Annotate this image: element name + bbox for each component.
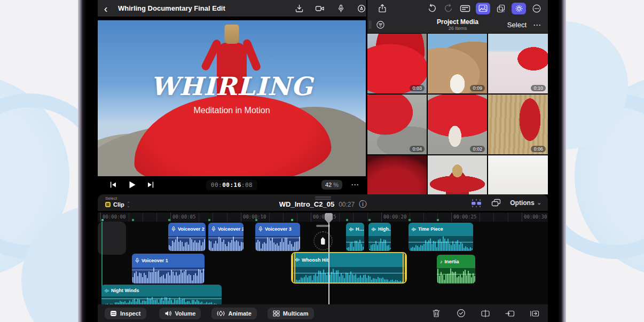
clip-label: H… [356,226,364,232]
timeline-clip[interactable]: H… [346,223,364,251]
ruler-label: 00:00:10 [241,213,266,222]
timeline-clip[interactable]: Voiceover 2 [208,223,244,251]
media-thumbnail[interactable]: 0:06 [488,95,548,154]
clip-start-marker [132,219,134,221]
select-button[interactable]: Select [507,21,527,29]
clip-label: Night Winds [111,288,139,293]
media-thumbnail[interactable]: 0:10 [488,34,548,93]
transport-bar: 00:00:16:08 42% ⋯ [98,176,366,193]
jog-dial[interactable] [313,231,333,250]
clip-label: Inertia [445,259,459,264]
grid-icon [273,310,280,317]
zoom-level-control[interactable]: 42% [321,180,342,190]
media-thumbnail[interactable]: 0:03 [367,34,427,93]
timeline-header-tools: Options⌄ [470,194,541,211]
share-icon[interactable] [376,3,388,14]
clip-start-marker [368,219,371,221]
trim-handle-right[interactable] [403,253,406,282]
media-library-icon[interactable] [495,3,507,14]
clip-tool-icon [105,202,111,207]
undo-icon[interactable] [426,3,438,14]
timeline-clip[interactable]: Voiceover 2 [168,223,206,251]
select-caption: Select [105,196,117,201]
back-button[interactable]: ‹ [98,1,114,16]
clip-duration-badge: 0:10 [531,85,546,91]
play-icon[interactable] [126,179,138,191]
camera-icon[interactable] [314,3,326,14]
timeline-clip[interactable]: Time Piece [409,223,473,251]
tool-value: Clip [113,201,124,208]
info-icon[interactable]: ⓘ [359,200,366,209]
overwrite-clip-icon[interactable] [505,309,515,318]
ruler-label: 00:00:25 [451,213,476,222]
previous-frame-icon[interactable] [107,179,119,191]
timeline-header: Select Clip ⌃⌄ WD_Intro_C2_05 00:27 ⓘ Op… [98,194,548,211]
timeline-clip[interactable]: Voiceover 1 [132,254,205,284]
media-thumbnail[interactable] [367,155,427,194]
timeline-clip-selected[interactable]: Whoosh Hit [291,252,407,284]
split-clip-icon[interactable] [481,309,490,318]
clip-duration-badge: 0:04 [410,146,425,152]
timeline-clip[interactable]: High… [368,223,391,251]
audio-waveform-icon [295,257,300,262]
done-check-icon[interactable] [456,309,466,318]
magnetic-timeline-icon[interactable] [470,197,482,209]
microphone-icon[interactable] [335,3,347,14]
ruler-label: 00:00:20 [381,213,406,222]
clip-label: Voiceover 2 [178,226,205,232]
media-thumbnail[interactable] [428,155,487,194]
title-overlay: WHIRLING [98,72,366,101]
trash-icon[interactable] [431,309,441,318]
viewer-more-icon[interactable]: ⋯ [351,180,359,190]
timeline-ruler[interactable]: 00:00:00 00:00:05 00:00:10 00:00:15 00:0… [98,213,548,222]
media-thumbnail[interactable]: 0:09 [428,34,487,93]
viewer-canvas: WHIRLING Meditation in Motion [98,20,366,176]
clip-label: Voiceover 3 [265,226,292,232]
titles-browser-icon[interactable] [459,3,471,14]
inspect-button[interactable]: Inspect [105,308,146,319]
append-clip-icon[interactable] [530,309,539,318]
more-menu-icon[interactable] [531,3,543,14]
clip-start-marker [291,219,293,221]
button-label: Multicam [283,310,309,317]
clip-label: Whoosh Hit [302,257,328,263]
media-thumbnail[interactable] [488,155,548,194]
photos-browser-icon[interactable] [476,3,490,14]
clip-duration-badge: 0:03 [410,85,425,91]
timeline-clip[interactable]: Night Winds [101,285,222,304]
inspector-icon [110,310,117,317]
timeline-clip[interactable]: ♪Inertia [437,255,475,284]
clip-duration-badge: 0:09 [470,85,485,91]
multicam-button[interactable]: Multicam [268,308,314,319]
audio-waveform-icon [412,227,416,232]
live-drawing-icon[interactable] [356,3,367,14]
media-browser-grid: 0:03 0:09 0:10 0:04 0:02 0:06 [367,34,548,194]
timecode-display[interactable]: 00:00:16:08 [206,180,257,190]
volume-button[interactable]: Volume [159,308,201,319]
ipad-screen: ‹ Whirling Documentary Final Edit [87,0,559,322]
jog-wheel-toggle-icon[interactable] [512,3,526,14]
animate-button[interactable]: Animate [211,308,256,319]
media-thumbnail[interactable]: 0:02 [428,95,487,154]
selected-clip-name: WD_Intro_C2_05 [279,200,334,208]
trim-handle-left[interactable] [292,253,295,282]
edit-action-icons [431,309,539,318]
timeline-clip[interactable]: Voiceover 3 [255,223,300,251]
clip-start-marker [168,219,170,221]
options-button[interactable]: Options⌄ [510,199,541,207]
dancer-hat [225,25,239,44]
edit-tool-dropdown[interactable]: Clip ⌃⌄ [105,201,130,208]
clip-duration-badge: 0:06 [531,146,546,152]
button-label: Volume [175,310,196,317]
redo-icon[interactable] [443,3,454,14]
next-frame-icon[interactable] [145,179,156,191]
jog-handle[interactable] [316,225,330,227]
connected-clips-icon[interactable] [490,197,502,209]
media-more-icon[interactable]: ⋯ [533,20,541,30]
selected-clip-duration: 00:27 [339,201,355,208]
media-thumbnail[interactable]: 0:04 [367,95,427,154]
audio-waveform-icon [349,227,354,232]
ruler-label: 00:00:30 [522,213,547,222]
clip-start-marker [437,219,439,221]
import-icon[interactable] [293,3,305,14]
